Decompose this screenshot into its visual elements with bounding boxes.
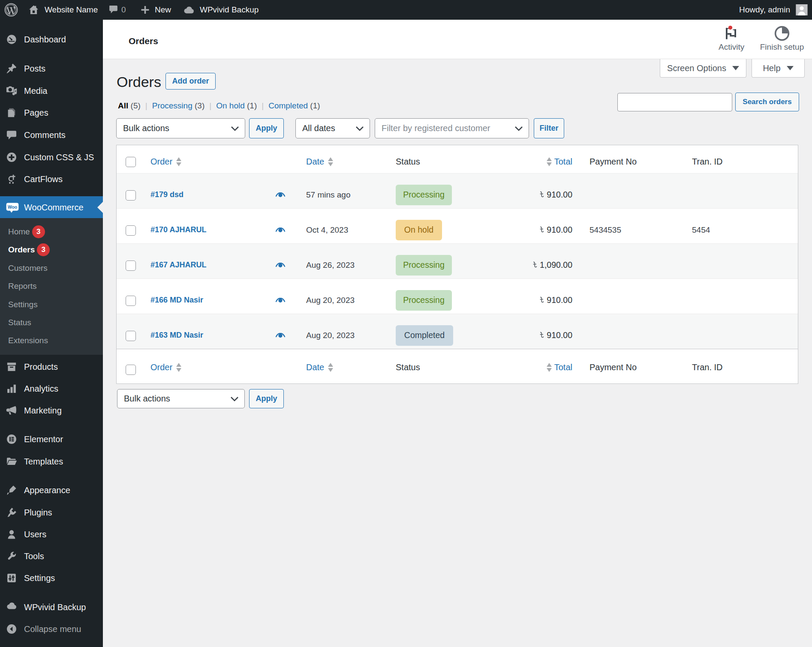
svg-text:Woo: Woo (8, 205, 17, 210)
